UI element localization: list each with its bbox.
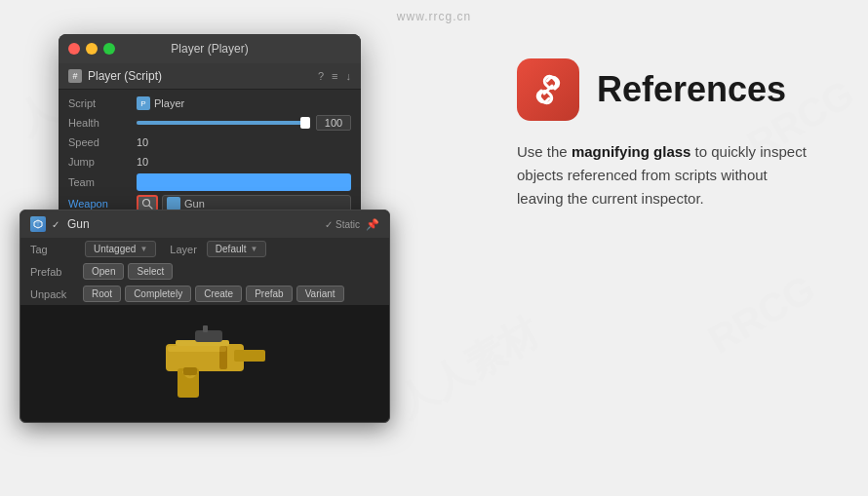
completely-button[interactable]: Completely bbox=[125, 286, 191, 302]
references-icon bbox=[517, 58, 579, 121]
gun-3d-preview bbox=[20, 305, 389, 422]
layer-value: Default bbox=[216, 244, 247, 254]
script-name: Player bbox=[154, 97, 184, 109]
close-button[interactable] bbox=[68, 43, 80, 55]
inspector-body: # Player (Script) ? ≡ ↓ Script P Player … bbox=[59, 63, 361, 218]
prefab-row: Prefab Open Select bbox=[20, 260, 389, 283]
watermark-5: RRCG bbox=[701, 267, 823, 362]
health-label: Health bbox=[68, 117, 137, 129]
chain-link-icon bbox=[531, 72, 566, 107]
weapon-value: Gun bbox=[184, 198, 205, 210]
slider-fill bbox=[137, 121, 310, 125]
tag-label: Tag bbox=[30, 244, 79, 255]
magnify-icon bbox=[141, 198, 153, 210]
prefab2-button[interactable]: Prefab bbox=[246, 286, 292, 302]
static-badge: ✓ Static bbox=[325, 219, 360, 230]
health-value: 100 bbox=[316, 115, 351, 131]
health-field-row: Health 100 bbox=[59, 113, 361, 133]
speed-value: 10 bbox=[137, 136, 148, 148]
watermark-3: 人人素材 bbox=[387, 306, 549, 431]
gun-title: Gun bbox=[67, 217, 319, 231]
window-title: Player (Player) bbox=[171, 42, 248, 56]
root-button[interactable]: Root bbox=[83, 286, 121, 302]
create-button[interactable]: Create bbox=[195, 286, 242, 302]
svg-rect-10 bbox=[203, 325, 208, 332]
script-icon: P bbox=[137, 96, 150, 110]
gun-tag-row: Tag Untagged ▼ Layer Default ▼ bbox=[20, 238, 389, 260]
component-icon: # bbox=[68, 69, 82, 83]
select-button[interactable]: Select bbox=[128, 263, 173, 280]
gun-inspector-header: ✓ Gun ✓ Static 📌 bbox=[20, 210, 389, 238]
jump-field-row: Jump 10 bbox=[59, 152, 361, 172]
svg-rect-6 bbox=[234, 350, 265, 362]
script-field: P Player bbox=[137, 96, 351, 110]
component-name: Player (Script) bbox=[88, 69, 312, 83]
minimize-button[interactable] bbox=[86, 43, 98, 55]
gun-checkmark: ✓ bbox=[52, 219, 59, 230]
unpack-row: Unpack Root Completely Create Prefab Var… bbox=[20, 283, 389, 305]
tag-dropdown[interactable]: Untagged ▼ bbox=[85, 241, 156, 257]
window-titlebar: Player (Player) bbox=[59, 34, 361, 63]
layer-dropdown-arrow: ▼ bbox=[251, 245, 258, 253]
speed-field-row: Speed 10 bbox=[59, 133, 361, 152]
component-controls: ? ≡ ↓ bbox=[318, 70, 351, 82]
gun-pin-icon: 📌 bbox=[366, 218, 379, 231]
hash-icon: # bbox=[72, 71, 77, 81]
website-label: www.rrcg.cn bbox=[397, 10, 471, 23]
script-label: Script bbox=[68, 97, 137, 109]
gun-cube-icon bbox=[30, 216, 46, 232]
jump-value: 10 bbox=[137, 156, 148, 168]
component-header: # Player (Script) ? ≡ ↓ bbox=[59, 63, 361, 90]
gun-inspector-panel: ✓ Gun ✓ Static 📌 Tag Untagged ▼ Layer De… bbox=[20, 210, 390, 423]
script-field-row: Script P Player bbox=[59, 94, 361, 113]
references-header: References bbox=[517, 58, 809, 121]
health-slider[interactable]: 100 bbox=[137, 115, 351, 131]
open-button[interactable]: Open bbox=[83, 263, 124, 280]
jump-label: Jump bbox=[68, 156, 137, 168]
svg-rect-12 bbox=[183, 367, 197, 375]
team-field-row: Team bbox=[59, 172, 361, 193]
unity-inspector-window: Player (Player) # Player (Script) ? ≡ ↓ … bbox=[59, 34, 361, 218]
maximize-button[interactable] bbox=[103, 43, 115, 55]
gun-model-svg bbox=[127, 315, 283, 412]
help-button[interactable]: ? bbox=[318, 70, 324, 82]
gun-object-icon bbox=[167, 197, 180, 210]
svg-line-1 bbox=[149, 206, 152, 209]
prefab-label: Prefab bbox=[30, 266, 79, 278]
variant-button[interactable]: Variant bbox=[296, 286, 344, 302]
traffic-lights bbox=[68, 43, 115, 55]
tag-value: Untagged bbox=[94, 244, 136, 254]
references-description: Use the magnifying glass to quickly insp… bbox=[517, 140, 809, 210]
speed-label: Speed bbox=[68, 136, 137, 148]
tag-dropdown-arrow: ▼ bbox=[139, 245, 147, 253]
magnifying-glass-bold: magnifying glass bbox=[572, 143, 691, 160]
layer-label: Layer bbox=[170, 244, 197, 255]
slider-thumb bbox=[300, 117, 310, 129]
references-panel: References Use the magnifying glass to q… bbox=[517, 58, 809, 210]
team-input[interactable] bbox=[137, 173, 351, 191]
layer-dropdown[interactable]: Default ▼ bbox=[207, 241, 267, 257]
references-title: References bbox=[597, 70, 786, 109]
team-label: Team bbox=[68, 176, 137, 188]
cube-svg bbox=[33, 219, 43, 229]
weapon-label: Weapon bbox=[68, 198, 137, 210]
svg-rect-9 bbox=[195, 330, 222, 342]
unpack-label: Unpack bbox=[30, 288, 79, 300]
settings-button[interactable]: ≡ bbox=[332, 70, 337, 82]
slider-track bbox=[137, 121, 310, 125]
pin-button[interactable]: ↓ bbox=[346, 70, 352, 82]
svg-rect-13 bbox=[168, 346, 226, 352]
inspector-fields: Script P Player Health 100 bbox=[59, 90, 361, 218]
